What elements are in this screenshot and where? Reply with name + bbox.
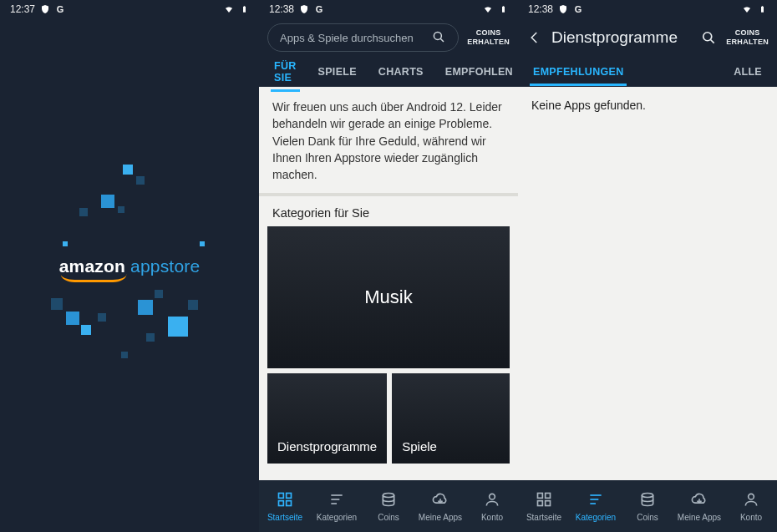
coins-icon [639, 491, 656, 509]
tabstrip-mid: FÜR SIE SPIELE CHARTS EMPFOHLEN [259, 57, 518, 87]
search-input[interactable]: Apps & Spiele durchsuchen [267, 23, 459, 52]
nav-meine-apps[interactable]: Meine Apps [673, 480, 725, 532]
nav-konto[interactable]: Konto [725, 480, 777, 532]
g-badge-icon: G [573, 4, 583, 14]
svg-point-2 [703, 33, 712, 41]
nav-meine-apps[interactable]: Meine Apps [414, 480, 466, 532]
nav-coins[interactable]: Coins [363, 480, 414, 532]
tab-empfohlen[interactable]: EMPFOHLEN [444, 58, 515, 85]
status-bar-mid: 12:38 G [259, 0, 518, 18]
page-title: Dienstprogramme [551, 28, 691, 47]
svg-rect-4 [279, 493, 284, 498]
battery-icon [757, 4, 767, 14]
category-tile-spiele[interactable]: Spiele [392, 373, 510, 464]
tab-empfehlungen[interactable]: EMPFEHLUNGEN [531, 58, 625, 85]
category-tile-dienstprogramme[interactable]: Dienstprogramme [267, 373, 387, 464]
divider [259, 193, 518, 196]
shield-icon [558, 4, 568, 14]
svg-rect-16 [546, 500, 551, 505]
categories-icon [587, 491, 604, 509]
battery-icon [498, 4, 508, 14]
svg-point-12 [490, 494, 495, 499]
clock: 12:38 [269, 3, 294, 15]
coins-icon [380, 491, 397, 509]
tab-spiele[interactable]: SPIELE [317, 58, 358, 85]
logo-appstore: appstore [130, 256, 200, 276]
tabstrip-right: EMPFEHLUNGEN ALLE [518, 57, 777, 87]
amazon-appstore-logo: amazon appstore [59, 256, 201, 276]
svg-rect-7 [287, 500, 292, 505]
home-icon [536, 491, 552, 509]
svg-rect-14 [546, 493, 551, 498]
svg-rect-5 [287, 493, 292, 498]
bottom-nav: Startseite Kategorien Coins Meine Apps K… [259, 480, 777, 532]
wifi-icon [483, 4, 493, 14]
category-tile-musik[interactable]: Musik [267, 226, 510, 368]
tab-alle[interactable]: ALLE [732, 58, 764, 85]
svg-point-21 [749, 494, 754, 499]
svg-rect-13 [538, 493, 543, 498]
wifi-icon [742, 4, 752, 14]
account-icon [743, 491, 759, 509]
status-bar-right: 12:38 G [518, 0, 777, 18]
nav-kategorien[interactable]: Kategorien [311, 480, 363, 532]
svg-rect-6 [279, 500, 284, 505]
appstore-splash: amazon appstore [0, 0, 259, 532]
svg-point-11 [383, 493, 394, 497]
search-button[interactable] [699, 28, 718, 47]
search-placeholder: Apps & Spiele durchsuchen [280, 32, 414, 44]
nav-coins[interactable]: Coins [622, 480, 673, 532]
nav-konto[interactable]: Konto [466, 480, 518, 532]
g-badge-icon: G [314, 4, 324, 14]
svg-rect-15 [538, 500, 543, 505]
tab-charts[interactable]: CHARTS [377, 58, 425, 85]
svg-line-1 [441, 38, 444, 42]
nav-startseite[interactable]: Startseite [259, 480, 311, 532]
home-icon [277, 491, 293, 509]
coins-link[interactable]: COINS ERHALTEN [726, 28, 769, 47]
nav-kategorien[interactable]: Kategorien [570, 480, 622, 532]
search-icon [431, 29, 446, 47]
cloud-download-icon [691, 491, 708, 509]
categories-heading: Kategorien für Sie [259, 203, 518, 226]
account-icon [484, 491, 500, 509]
tab-fuer-sie[interactable]: FÜR SIE [272, 53, 298, 91]
back-button[interactable] [526, 29, 543, 46]
categories-icon [328, 491, 345, 509]
svg-point-20 [642, 493, 653, 497]
decorative-pixels: amazon appstore [21, 158, 238, 375]
empty-state: Keine Apps gefunden. [531, 99, 764, 112]
clock: 12:38 [528, 3, 553, 15]
cloud-download-icon [432, 491, 449, 509]
coins-link[interactable]: COINS ERHALTEN [467, 28, 510, 47]
nav-startseite[interactable]: Startseite [518, 480, 570, 532]
info-message: Wir freuen uns auch über Android 12. Lei… [259, 87, 518, 191]
svg-point-0 [434, 32, 442, 39]
svg-line-3 [711, 40, 714, 43]
shield-icon [299, 4, 309, 14]
logo-amazon: amazon [59, 256, 125, 276]
